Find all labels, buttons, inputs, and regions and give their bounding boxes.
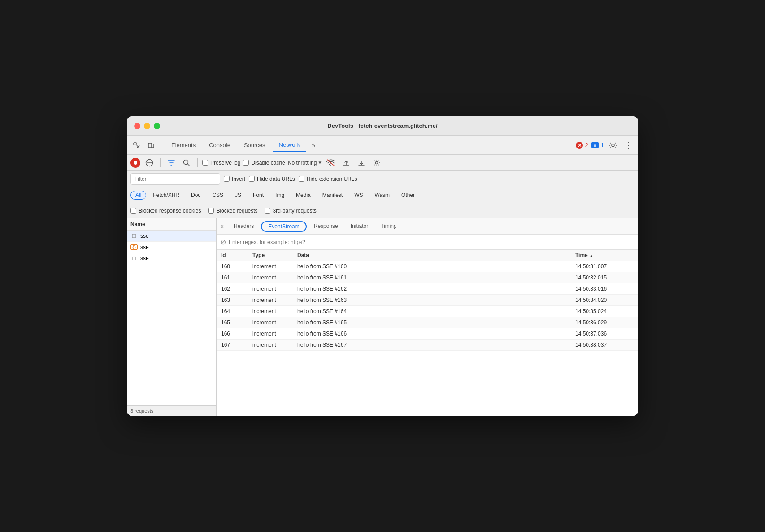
hide-extension-urls-label[interactable]: Hide extension URLs xyxy=(299,176,357,182)
settings-icon[interactable] xyxy=(607,139,619,152)
clear-icon[interactable] xyxy=(143,157,156,169)
type-btn-doc[interactable]: Doc xyxy=(186,191,205,200)
tab-initiator[interactable]: Initiator xyxy=(344,218,374,234)
cell-time: 14:50:34.020 xyxy=(571,295,638,306)
network-toolbar: Preserve log Disable cache No throttling… xyxy=(127,155,638,171)
close-button[interactable] xyxy=(134,123,140,129)
type-btn-media[interactable]: Media xyxy=(291,191,316,200)
hide-extension-urls-checkbox[interactable] xyxy=(299,176,304,182)
blocked-cookies-checkbox[interactable] xyxy=(130,208,136,214)
record-icon xyxy=(134,161,137,165)
more-options-icon[interactable]: ⋮ xyxy=(622,139,635,152)
table-row[interactable]: 167 increment hello from SSE #167 14:50:… xyxy=(217,340,638,351)
table-row[interactable]: 165 increment hello from SSE #165 14:50:… xyxy=(217,317,638,328)
hide-data-urls-label[interactable]: Hide data URLs xyxy=(249,176,295,182)
table-row[interactable]: 164 increment hello from SSE #164 14:50:… xyxy=(217,306,638,317)
sort-icon: ▲ xyxy=(589,253,593,258)
tab-sources[interactable]: Sources xyxy=(238,139,272,151)
cell-time: 14:50:35.024 xyxy=(571,306,638,317)
table-row[interactable]: 166 increment hello from SSE #166 14:50:… xyxy=(217,328,638,340)
more-tabs-icon[interactable]: » xyxy=(307,139,320,152)
cell-data: hello from SSE #160 xyxy=(293,261,571,272)
third-party-label[interactable]: 3rd-party requests xyxy=(265,208,316,214)
tab-eventstream[interactable]: EventStream xyxy=(261,221,306,232)
table-row[interactable]: 160 increment hello from SSE #160 14:50:… xyxy=(217,261,638,272)
cell-data: hello from SSE #167 xyxy=(293,340,571,351)
type-btn-fetch/xhr[interactable]: Fetch/XHR xyxy=(148,191,184,200)
download-icon[interactable] xyxy=(355,157,368,169)
table-row[interactable]: 163 increment hello from SSE #163 14:50:… xyxy=(217,295,638,306)
cell-data: hello from SSE #165 xyxy=(293,317,571,328)
disable-cache-checkbox[interactable] xyxy=(243,160,249,166)
cell-id: 165 xyxy=(217,317,248,328)
invert-checkbox[interactable] xyxy=(224,176,230,182)
cell-time: 14:50:37.036 xyxy=(571,328,638,340)
tab-console[interactable]: Console xyxy=(203,139,237,151)
blocked-requests-checkbox[interactable] xyxy=(208,208,214,214)
tab-timing[interactable]: Timing xyxy=(374,218,403,234)
record-button[interactable] xyxy=(130,158,140,168)
warning-badge[interactable]: ≡ 1 xyxy=(591,141,604,149)
cell-id: 163 xyxy=(217,295,248,306)
preserve-log-checkbox[interactable] xyxy=(202,160,208,166)
col-type: Type xyxy=(248,250,293,261)
device-toolbar-icon[interactable] xyxy=(145,139,157,152)
request-item-1[interactable]: {} sse xyxy=(127,242,216,253)
type-btn-manifest[interactable]: Manifest xyxy=(317,191,348,200)
cell-data: hello from SSE #162 xyxy=(293,283,571,295)
type-btn-ws[interactable]: WS xyxy=(349,191,368,200)
type-btn-img[interactable]: Img xyxy=(270,191,289,200)
invert-label[interactable]: Invert xyxy=(224,176,245,182)
maximize-button[interactable] xyxy=(154,123,160,129)
type-btn-other[interactable]: Other xyxy=(396,191,420,200)
cell-data: hello from SSE #166 xyxy=(293,328,571,340)
col-time[interactable]: Time ▲ xyxy=(571,250,638,261)
type-btn-wasm[interactable]: Wasm xyxy=(370,191,395,200)
blocked-cookies-label[interactable]: Blocked response cookies xyxy=(130,208,201,214)
tab-headers[interactable]: Headers xyxy=(227,218,260,234)
request-item-0[interactable]: ☐ sse xyxy=(127,231,216,242)
table-row[interactable]: 161 increment hello from SSE #161 14:50:… xyxy=(217,272,638,283)
svg-rect-1 xyxy=(148,143,152,148)
type-btn-js[interactable]: JS xyxy=(230,191,246,200)
request-name-1: sse xyxy=(140,244,149,250)
network-settings-icon[interactable] xyxy=(370,157,383,169)
minimize-button[interactable] xyxy=(144,123,150,129)
tab-elements[interactable]: Elements xyxy=(165,139,202,151)
wifi-icon[interactable] xyxy=(325,157,337,169)
cell-type: increment xyxy=(248,283,293,295)
third-party-checkbox[interactable] xyxy=(265,208,270,214)
blocked-requests-label[interactable]: Blocked requests xyxy=(208,208,257,214)
search-icon[interactable] xyxy=(180,157,193,169)
type-btn-font[interactable]: Font xyxy=(248,191,269,200)
devtools-tabs: Elements Console Sources Network » xyxy=(165,139,574,152)
regex-input[interactable] xyxy=(229,239,635,245)
error-badge[interactable]: ✕ 2 xyxy=(575,141,588,149)
element-picker-icon[interactable] xyxy=(130,139,143,152)
tab-network[interactable]: Network xyxy=(273,139,307,152)
throttle-selector[interactable]: No throttling ▼ xyxy=(288,160,322,166)
type-btn-all[interactable]: All xyxy=(130,191,146,200)
svg-text:≡: ≡ xyxy=(594,143,596,148)
close-detail-button[interactable]: × xyxy=(217,221,227,232)
table-row[interactable]: 162 increment hello from SSE #162 14:50:… xyxy=(217,283,638,295)
filter-input[interactable] xyxy=(130,173,220,185)
col-data: Data xyxy=(293,250,571,261)
request-item-2[interactable]: ☐ sse xyxy=(127,253,216,264)
filter-icon[interactable] xyxy=(165,157,178,169)
devtools-body: Elements Console Sources Network » xyxy=(127,136,638,416)
window-controls xyxy=(134,123,160,129)
cell-id: 167 xyxy=(217,340,248,351)
disable-cache-label[interactable]: Disable cache xyxy=(243,160,285,166)
event-stream-table[interactable]: Id Type Data Time ▲ 160 incremen xyxy=(217,250,638,416)
cell-time: 14:50:31.007 xyxy=(571,261,638,272)
main-toolbar: Elements Console Sources Network » xyxy=(127,136,638,155)
col-id: Id xyxy=(217,250,248,261)
hide-data-urls-checkbox[interactable] xyxy=(249,176,255,182)
detail-tabs: × Headers EventStream Response Initiator xyxy=(217,218,638,235)
type-btn-css[interactable]: CSS xyxy=(207,191,228,200)
svg-text:✕: ✕ xyxy=(577,143,581,148)
tab-response[interactable]: Response xyxy=(308,218,344,234)
preserve-log-label[interactable]: Preserve log xyxy=(202,160,240,166)
upload-icon[interactable] xyxy=(340,157,352,169)
